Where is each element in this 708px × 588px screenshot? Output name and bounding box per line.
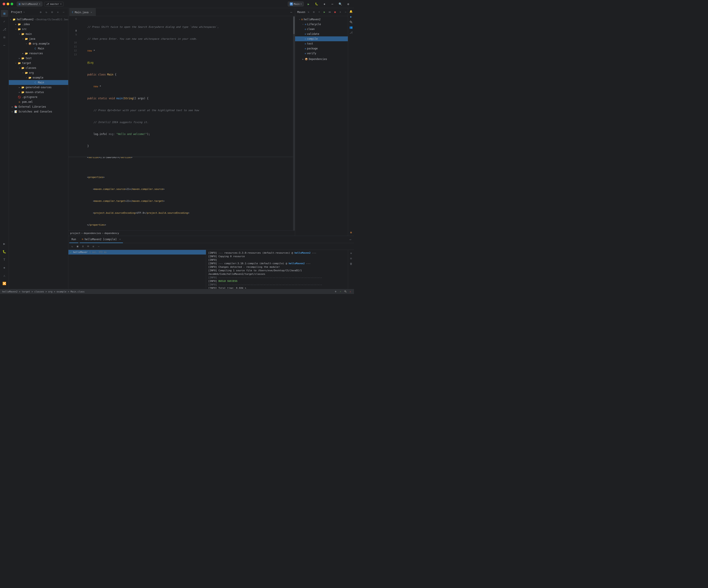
editor-tab-main[interactable]: C Main.java ✕ <box>69 8 96 16</box>
status-vcs-btn[interactable]: ✓ <box>339 290 342 293</box>
tree-gitignore[interactable]: 🚫 .gitignore <box>9 95 68 99</box>
status-settings-btn[interactable]: ⚙ <box>334 290 337 293</box>
run-tab-compile-close[interactable]: ✕ <box>119 238 121 240</box>
tree-test[interactable]: ▶ 📂 test <box>9 56 68 61</box>
run-right-trash-btn[interactable]: 🗑 <box>349 261 354 266</box>
profile-button[interactable]: ◈ <box>321 1 327 7</box>
run-rerun-btn[interactable]: ↻ <box>70 244 75 249</box>
sidebar-close-btn[interactable]: ✕ <box>55 10 60 14</box>
more-tools-button[interactable]: ⋯ <box>1 42 8 49</box>
branch-selector[interactable]: ⎇ master ▾ <box>44 2 64 6</box>
traffic-light-yellow[interactable] <box>7 3 9 5</box>
sidebar-collapse-btn[interactable]: ⊟ <box>50 10 55 14</box>
traffic-light-green[interactable] <box>10 3 13 5</box>
main-code-content[interactable]: // Press Shift twice to open the Search … <box>80 16 293 157</box>
structure-button[interactable]: ⊟ <box>1 34 8 41</box>
maven-more-btn[interactable]: ⋯ <box>343 10 348 14</box>
tree-main-java[interactable]: C Main <box>9 46 68 51</box>
status-plugin-btn[interactable]: 🔌 <box>344 290 347 293</box>
maven-run-btn[interactable]: ▶ <box>322 10 327 14</box>
editor-scrollbar-thumb[interactable] <box>293 17 295 34</box>
traffic-light-red[interactable] <box>3 3 5 5</box>
tree-classes[interactable]: ▾ 📂 classes <box>9 65 68 70</box>
run-expand-btn[interactable]: ⊞ <box>91 244 96 249</box>
tree-external-libraries[interactable]: ▶ 📚 External Libraries <box>9 104 68 109</box>
maven-lifecycle-test[interactable]: ⚙ test <box>295 41 348 46</box>
sidebar-minimize-btn[interactable]: — <box>61 10 66 14</box>
run-config-selector[interactable]: M Main ▾ <box>288 2 304 6</box>
debug-button[interactable]: 🐛 <box>314 1 320 7</box>
run-tab-menu[interactable]: ⋯ <box>348 238 353 241</box>
status-error-btn[interactable]: ⚠ <box>349 290 352 293</box>
maven-lifecycle-validate[interactable]: ⚙ validate <box>295 32 348 36</box>
traffic-lights <box>3 3 13 5</box>
sidebar-gear-btn[interactable]: ⚙ <box>38 10 43 14</box>
maven-lifecycle-group[interactable]: ▾ ⚙ Lifecycle <box>295 22 348 27</box>
right-git-btn[interactable]: ⎇ <box>349 30 354 35</box>
maven-stop-btn[interactable]: ■ <box>333 10 337 14</box>
editor-tab-close[interactable]: ✕ <box>90 11 93 14</box>
breadcrumb-dependencies[interactable]: dependencies <box>84 232 101 235</box>
right-notifications-btn[interactable]: 🔔 <box>349 9 354 14</box>
right-maven-btn[interactable]: m <box>349 230 354 235</box>
tree-root[interactable]: ▾ 📁 helloMaven2 ~/Desktop/CS/JavaEE/1 Ja… <box>9 17 68 22</box>
maven-skip-btn[interactable]: ⏭ <box>327 10 332 14</box>
run-list-item-maven[interactable]: ✓ helloMaver 1 sec, 372 ms <box>68 250 206 254</box>
settings-button[interactable]: ⚙ <box>345 1 351 7</box>
tree-main-folder[interactable]: ▾ 📂 main <box>9 32 68 36</box>
maven-lifecycle-verify[interactable]: ⚙ verify <box>295 51 348 56</box>
more-button[interactable]: ⋯ <box>329 1 335 7</box>
tree-pom[interactable]: m pom.xml <box>9 99 68 104</box>
run-more-btn[interactable]: ⋯ <box>96 244 101 249</box>
run-right-filter-btn[interactable]: ⊟ <box>349 256 354 261</box>
maven-lifecycle-compile[interactable]: ⚙ compile <box>295 36 348 41</box>
git-button[interactable]: 🔀 <box>1 280 8 287</box>
run-eye-btn[interactable]: 👁 <box>86 244 90 249</box>
breadcrumb-project[interactable]: project <box>70 232 80 235</box>
vcs-button[interactable]: ⎇ <box>1 26 8 33</box>
maven-lifecycle-clean[interactable]: ⚙ clean <box>295 27 348 32</box>
editor-scrollbar[interactable] <box>293 16 295 230</box>
right-run-btn[interactable]: ▶ <box>349 14 354 19</box>
maven-dependencies-group[interactable]: ▶ 📦 Dependencies <box>295 57 348 62</box>
debug-icon-button[interactable]: 🐛 <box>1 248 8 255</box>
sidebar-sync-btn[interactable]: ↻ <box>44 10 49 14</box>
tree-main-class[interactable]: C Main <box>9 80 68 85</box>
tree-src[interactable]: ▾ 📂 src <box>9 27 68 32</box>
right-users-btn[interactable]: 👥 <box>349 25 354 30</box>
breadcrumb-dependency[interactable]: dependency <box>105 232 119 235</box>
run-icon-button[interactable]: ▶ <box>1 240 8 247</box>
run-right-list-btn[interactable]: ≡ <box>349 251 354 256</box>
maven-add-btn[interactable]: + <box>317 10 322 14</box>
right-plugin-btn[interactable]: 🔌 <box>349 20 354 25</box>
services-button[interactable]: ◈ <box>1 264 8 271</box>
tree-scratches[interactable]: ▶ 📝 Scratches and Consoles <box>9 109 68 114</box>
tree-org-example[interactable]: ▾ 📦 org.example <box>9 41 68 46</box>
tree-maven-status[interactable]: ▶ 📂 maven-status <box>9 90 68 95</box>
search-button[interactable]: 🔍 <box>337 1 344 7</box>
tree-target[interactable]: ▾ 📂 target <box>9 61 68 65</box>
maven-lifecycle-package[interactable]: ⚙ package <box>295 46 348 51</box>
tree-generated-sources[interactable]: ▶ 📂 generated-sources <box>9 85 68 90</box>
run-tab-compile[interactable]: m helloMaven2 [compile] ✕ <box>80 236 123 243</box>
commit-button[interactable]: ✓ <box>1 18 8 25</box>
terminal-button[interactable]: T <box>1 256 8 263</box>
problems-button[interactable]: ⚠ <box>1 272 8 279</box>
run-pause-btn[interactable]: ⏸ <box>80 244 85 249</box>
tree-example[interactable]: ▾ 📂 example <box>9 75 68 80</box>
tree-org[interactable]: ▾ 📂 org <box>9 70 68 75</box>
project-selector[interactable]: ▦ helloMaven2 ▾ <box>17 2 42 6</box>
maven-expand-btn[interactable]: ⊞ <box>312 10 316 14</box>
run-output[interactable]: [INFO] --- resources:3.3.0:resources (de… <box>206 250 348 289</box>
maven-cancel-btn[interactable]: ✕ <box>338 10 343 14</box>
tab-menu-button[interactable]: ⋯ <box>289 10 294 14</box>
tree-java[interactable]: ▾ 📂 java <box>9 36 68 41</box>
project-view-button[interactable]: ⊞ <box>1 10 8 17</box>
tree-idea[interactable]: ▶ 📂 .idea <box>9 22 68 27</box>
run-button[interactable]: ▶ <box>305 1 312 7</box>
run-tab-run[interactable]: Run <box>69 236 78 243</box>
maven-project-root[interactable]: ▾ m helloMaven2 <box>295 17 348 22</box>
run-stop-btn[interactable]: ⏹ <box>75 244 80 249</box>
maven-refresh-btn[interactable]: ↻ <box>306 10 311 14</box>
tree-resources[interactable]: ▶ 📂 resources <box>9 51 68 56</box>
